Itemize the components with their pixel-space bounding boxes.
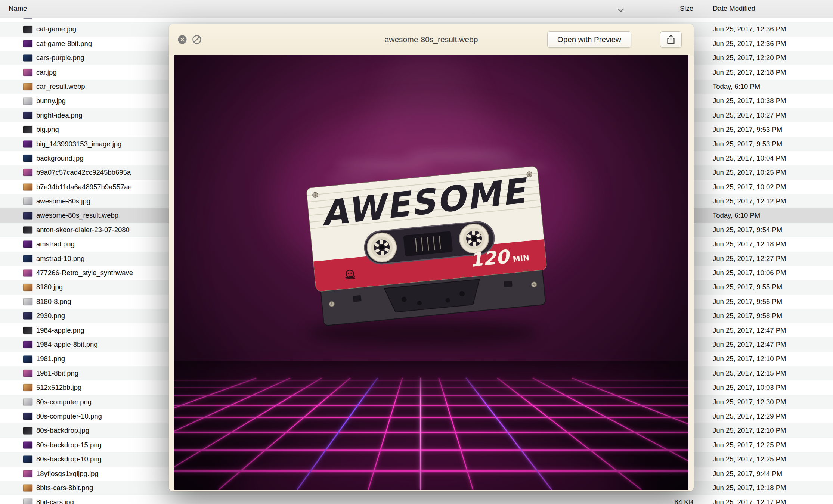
file-date: Jun 25, 2017, 9:54 PM — [713, 223, 782, 237]
file-name: big_1439903153_image.jpg — [36, 137, 121, 151]
file-name: 1984-apple.png — [36, 323, 84, 337]
file-date: Jun 25, 2017, 12:10 PM — [713, 352, 786, 366]
file-thumbnail — [23, 312, 32, 320]
file-thumbnail — [23, 327, 32, 334]
share-icon — [666, 34, 675, 45]
file-thumbnail — [23, 355, 32, 363]
file-thumbnail — [23, 112, 32, 119]
file-thumbnail — [23, 441, 32, 448]
file-name: awesome-80s_result.webp — [36, 208, 118, 223]
file-date: Jun 25, 2017, 12:25 PM — [713, 438, 786, 452]
file-name: bright-idea.png — [36, 108, 82, 122]
column-header-name[interactable]: Name — [9, 0, 27, 17]
chevron-down-icon[interactable] — [617, 6, 625, 11]
file-name: 8180-8.png — [36, 295, 71, 309]
file-date: Jun 25, 2017, 9:53 PM — [713, 122, 782, 137]
file-date: Jun 25, 2017, 10:03 PM — [713, 380, 786, 395]
cassette-image: AWESOME 120 MIN — [174, 55, 688, 490]
preview-image: AWESOME 120 MIN — [174, 55, 688, 490]
file-date: Jun 25, 2017, 12:17 PM — [713, 495, 786, 504]
file-name: 18yfjosgs1xqljpg.jpg — [36, 467, 99, 481]
file-thumbnail — [23, 26, 32, 33]
file-thumbnail — [23, 55, 32, 62]
file-thumbnail — [23, 212, 32, 219]
file-date: Jun 25, 2017, 12:29 PM — [713, 409, 786, 423]
file-name: 8180.jpg — [36, 280, 63, 294]
file-name: bunny.jpg — [36, 94, 66, 108]
file-name: cars-purple.png — [36, 51, 84, 65]
file-date: Jun 25, 2017, 10:06 PM — [713, 266, 786, 280]
file-date: Jun 25, 2017, 12:25 PM — [713, 452, 786, 466]
file-date: Jun 25, 2017, 12:20 PM — [713, 51, 786, 65]
file-name: 1984-apple-8bit.png — [36, 337, 98, 352]
file-date: Today, 6:10 PM — [713, 80, 760, 94]
file-name: 80s-computer-10.png — [36, 409, 102, 423]
share-button[interactable] — [660, 31, 682, 48]
file-name: 80s-computer.png — [36, 395, 92, 409]
file-name: 8bits-cars-8bit.png — [36, 481, 93, 495]
file-name: car_result.webp — [36, 80, 85, 94]
file-thumbnail — [23, 427, 32, 434]
file-name: b7e34b11da6a48957b9a557ae — [36, 180, 132, 194]
file-date: Jun 25, 2017, 12:30 PM — [713, 395, 786, 409]
file-date: Jun 25, 2017, 10:27 PM — [713, 108, 786, 122]
file-thumbnail — [23, 298, 32, 305]
file-row[interactable]: 8bit-cars.jpg 84 KB Jun 25, 2017, 12:17 … — [0, 495, 833, 504]
file-name: 80s-backdrop-10.png — [36, 452, 102, 466]
file-date: Jun 25, 2017, 9:55 PM — [713, 280, 782, 294]
file-name: 1981-8bit.png — [36, 366, 78, 380]
list-header: Name Size Date Modified — [0, 0, 833, 18]
file-date: Jun 25, 2017, 12:18 PM — [713, 481, 786, 495]
file-thumbnail — [23, 470, 32, 477]
file-name: car.jpg — [36, 65, 57, 80]
file-date: Jun 25, 2017, 12:12 PM — [713, 194, 786, 208]
file-name: background.jpg — [36, 151, 84, 165]
file-name: 512x512bb.jpg — [36, 380, 81, 395]
file-date: Jun 25, 2017, 10:04 PM — [713, 151, 786, 165]
file-name: awesome-80s.jpg — [36, 194, 90, 208]
vignette — [174, 55, 688, 490]
file-thumbnail — [23, 169, 32, 176]
file-date: Jun 25, 2017, 12:47 PM — [713, 337, 786, 352]
file-name: cat-game-8bit.png — [36, 37, 92, 51]
file-date: Today, 6:10 PM — [713, 208, 760, 223]
file-thumbnail — [23, 241, 32, 248]
file-thumbnail — [23, 485, 32, 492]
file-date: Jun 25, 2017, 10:02 PM — [713, 180, 786, 194]
file-name: anton-skeor-dialer-23-07-2080 — [36, 223, 130, 237]
file-date: Jun 25, 2017, 9:44 PM — [713, 467, 782, 481]
file-thumbnail — [23, 413, 32, 420]
file-thumbnail — [23, 398, 32, 405]
file-thumbnail — [23, 140, 32, 147]
file-thumbnail — [23, 198, 32, 205]
file-date: Jun 25, 2017, 12:47 PM — [713, 323, 786, 337]
file-date: Jun 25, 2017, 12:15 PM — [713, 366, 786, 380]
file-thumbnail — [23, 456, 32, 463]
file-name: 80s-backdrop-15.png — [36, 438, 102, 452]
file-size: 84 KB — [675, 495, 693, 504]
file-thumbnail — [23, 227, 32, 234]
file-date: Jun 25, 2017, 12:36 PM — [713, 37, 786, 51]
file-thumbnail — [23, 255, 32, 262]
column-header-date-modified[interactable]: Date Modified — [713, 0, 755, 17]
file-name: amstrad.png — [36, 237, 75, 251]
file-name: big.png — [36, 122, 59, 137]
quicklook-titlebar: awesome-80s_result.webp Open with Previe… — [169, 24, 694, 55]
file-name: cat-game.jpg — [36, 22, 76, 36]
file-name: 80s-backdrop.jpg — [36, 423, 89, 438]
file-thumbnail — [23, 341, 32, 348]
file-date: Jun 25, 2017, 9:58 PM — [713, 309, 782, 323]
column-header-size[interactable]: Size — [680, 0, 693, 17]
file-name: 8bit-cars.jpg — [36, 495, 74, 504]
file-date: Jun 25, 2017, 9:53 PM — [713, 137, 782, 151]
file-thumbnail — [23, 126, 32, 133]
file-thumbnail — [23, 69, 32, 76]
file-date: Jun 25, 2017, 12:18 PM — [713, 65, 786, 80]
file-date: Jun 25, 2017, 9:56 PM — [713, 295, 782, 309]
chevron-down-glyph — [617, 8, 625, 13]
file-thumbnail — [23, 284, 32, 291]
file-name: 2930.png — [36, 309, 65, 323]
file-name: amstrad-10.png — [36, 252, 85, 266]
file-thumbnail — [23, 183, 32, 190]
open-with-preview-button[interactable]: Open with Preview — [547, 31, 631, 48]
